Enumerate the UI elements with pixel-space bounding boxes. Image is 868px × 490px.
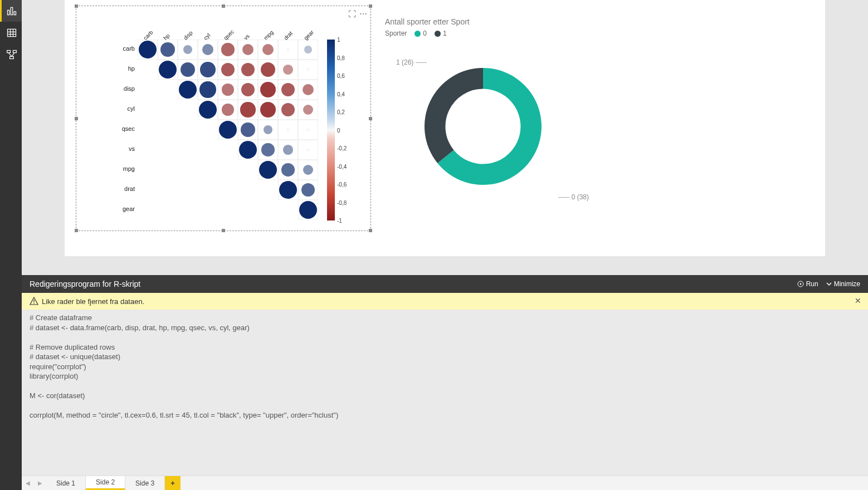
chevron-down-icon <box>826 281 832 287</box>
corr-row-label: mpg <box>107 165 135 172</box>
corr-cell <box>238 120 258 140</box>
corr-row-label: qsec <box>107 125 135 132</box>
model-view-button[interactable] <box>0 43 22 65</box>
colorbar-tick: 1 <box>337 37 340 43</box>
svg-rect-3 <box>8 29 16 36</box>
corr-row-label: hp <box>107 65 135 72</box>
svg-rect-0 <box>8 10 9 14</box>
corr-cell <box>138 40 158 60</box>
data-label-0: 0 (38) <box>556 193 589 201</box>
warning-icon <box>30 297 38 306</box>
corr-cell <box>218 80 238 100</box>
view-rail <box>0 0 22 490</box>
page-tab[interactable]: Side 3 <box>125 476 165 490</box>
svg-rect-10 <box>10 56 14 58</box>
corr-cell <box>258 140 278 160</box>
donut-chart-visual[interactable]: Antall sporter etter Sport Sporter 0 1 <box>382 17 616 223</box>
corr-cell <box>298 140 318 160</box>
corr-cell <box>278 100 298 120</box>
corr-cell <box>298 120 318 140</box>
corr-cell <box>198 60 218 80</box>
page-tab[interactable]: Side 1 <box>46 476 86 490</box>
colorbar-tick: -1 <box>337 218 342 224</box>
r-script-textarea[interactable]: # Create dataframe # dataset <- data.fra… <box>22 310 868 476</box>
legend-item[interactable]: 0 <box>415 30 427 37</box>
colorbar-tick: -0,6 <box>337 182 347 188</box>
corr-cell <box>218 40 238 60</box>
corr-cell <box>298 100 318 120</box>
relationship-icon <box>6 49 17 60</box>
corr-cell <box>238 100 258 120</box>
corr-cell <box>278 120 298 140</box>
corr-cell <box>178 80 198 100</box>
editor-title: Redigeringsprogram for R-skript <box>30 280 140 288</box>
corr-cell <box>158 40 178 60</box>
svg-point-17 <box>33 303 35 304</box>
legend-title: Sporter <box>385 30 407 37</box>
corr-cell <box>178 40 198 60</box>
corr-cell <box>298 80 318 100</box>
corr-cell <box>218 60 238 80</box>
corr-cell <box>178 60 198 80</box>
corr-cell <box>298 160 318 180</box>
corr-cell <box>258 160 278 180</box>
colorbar-tick: 0,6 <box>337 73 345 79</box>
corr-row-label: vs <box>107 145 135 152</box>
close-warning-button[interactable]: ✕ <box>855 296 861 305</box>
page-tab[interactable]: Side 2 <box>86 476 125 490</box>
svg-line-11 <box>8 52 12 56</box>
corr-cell <box>298 60 318 80</box>
warning-text: Like rader ble fjernet fra dataen. <box>42 297 144 306</box>
corr-cell <box>218 120 238 140</box>
table-icon <box>6 27 17 38</box>
corr-cell <box>278 40 298 60</box>
corr-cell <box>258 120 278 140</box>
corr-cell <box>198 100 218 120</box>
corr-row-label: carb <box>107 45 135 52</box>
corr-cell <box>258 100 278 120</box>
color-scale: 10,80,60,40,20-0,2-0,4-0,6-0,8-1 <box>327 40 335 220</box>
report-view-button[interactable] <box>0 0 22 22</box>
corr-cell <box>258 40 278 60</box>
corr-cell <box>278 160 298 180</box>
report-page[interactable]: ⛶ ⋯ carbcarbhphpdispdispcylcylqsecqsecvs… <box>65 0 825 256</box>
run-script-button[interactable]: Run <box>797 280 818 288</box>
r-visual-corrplot[interactable]: ⛶ ⋯ carbcarbhphpdispdispcylcylqsecqsecvs… <box>76 6 371 231</box>
colorbar-tick: -0,4 <box>337 163 347 169</box>
legend-item[interactable]: 1 <box>435 30 447 37</box>
minimize-editor-button[interactable]: Minimize <box>826 280 860 288</box>
colorbar-tick: -0,2 <box>337 145 347 151</box>
colorbar-tick: -0,8 <box>337 199 347 205</box>
corr-row-label: drat <box>107 185 135 192</box>
report-canvas-viewport: ⛶ ⋯ carbcarbhphpdispdispcylcylqsecqsecvs… <box>22 0 868 275</box>
data-label-1: 1 (26) <box>396 58 429 66</box>
donut-slice-1[interactable] <box>425 68 483 163</box>
tab-nav-next[interactable]: ▶ <box>34 476 46 490</box>
svg-marker-14 <box>800 283 802 285</box>
corr-cell <box>218 100 238 120</box>
corr-cell <box>298 200 318 220</box>
chart-title: Antall sporter etter Sport <box>383 17 616 26</box>
colorbar-tick: 0,2 <box>337 109 345 115</box>
colorbar-tick: 0 <box>337 127 340 133</box>
play-icon <box>797 281 804 287</box>
corr-cell <box>298 180 318 200</box>
corr-cell <box>278 80 298 100</box>
corr-cell <box>198 80 218 100</box>
corr-cell <box>258 80 278 100</box>
chart-legend: Sporter 0 1 <box>383 30 616 37</box>
corr-row-label: gear <box>107 205 135 212</box>
corr-cell <box>238 40 258 60</box>
corr-cell <box>278 140 298 160</box>
svg-rect-2 <box>14 11 16 14</box>
warning-bar: Like rader ble fjernet fra dataen. ✕ <box>22 293 868 310</box>
corr-row-label: disp <box>107 85 135 92</box>
tab-nav-prev[interactable]: ◀ <box>22 476 34 490</box>
add-page-button[interactable]: + <box>165 476 181 490</box>
donut-chart: 0 (38) 1 (26) <box>399 43 567 210</box>
corr-cell <box>158 60 178 80</box>
page-tabs-bar: ◀ ▶ Side 1Side 2Side 3 + <box>22 476 868 490</box>
data-view-button[interactable] <box>0 22 22 43</box>
svg-rect-9 <box>13 50 17 52</box>
colorbar-tick: 0,8 <box>337 55 345 61</box>
